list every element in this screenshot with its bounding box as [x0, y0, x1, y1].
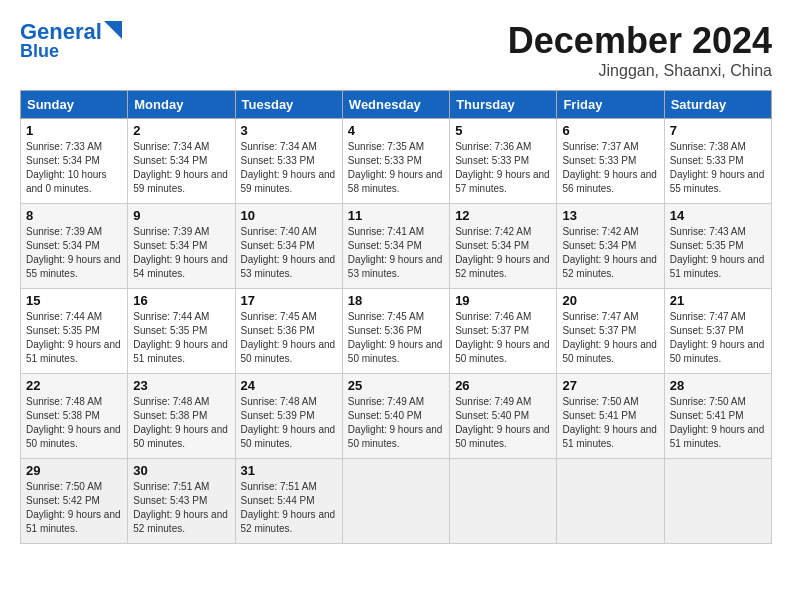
table-row [342, 459, 449, 544]
day-info: Sunrise: 7:41 AMSunset: 5:34 PMDaylight:… [348, 226, 443, 279]
col-wednesday: Wednesday [342, 91, 449, 119]
day-number: 19 [455, 293, 551, 308]
day-info: Sunrise: 7:33 AMSunset: 5:34 PMDaylight:… [26, 141, 107, 194]
day-number: 31 [241, 463, 337, 478]
day-info: Sunrise: 7:37 AMSunset: 5:33 PMDaylight:… [562, 141, 657, 194]
col-thursday: Thursday [450, 91, 557, 119]
day-info: Sunrise: 7:39 AMSunset: 5:34 PMDaylight:… [26, 226, 121, 279]
day-number: 13 [562, 208, 658, 223]
day-number: 25 [348, 378, 444, 393]
table-row [664, 459, 771, 544]
table-row: 31 Sunrise: 7:51 AMSunset: 5:44 PMDaylig… [235, 459, 342, 544]
table-row: 9 Sunrise: 7:39 AMSunset: 5:34 PMDayligh… [128, 204, 235, 289]
day-number: 4 [348, 123, 444, 138]
day-number: 16 [133, 293, 229, 308]
day-number: 17 [241, 293, 337, 308]
day-number: 30 [133, 463, 229, 478]
day-number: 6 [562, 123, 658, 138]
table-row: 12 Sunrise: 7:42 AMSunset: 5:34 PMDaylig… [450, 204, 557, 289]
col-monday: Monday [128, 91, 235, 119]
calendar-header-row: Sunday Monday Tuesday Wednesday Thursday… [21, 91, 772, 119]
day-number: 21 [670, 293, 766, 308]
logo: General Blue [20, 20, 122, 62]
table-row: 21 Sunrise: 7:47 AMSunset: 5:37 PMDaylig… [664, 289, 771, 374]
day-info: Sunrise: 7:34 AMSunset: 5:34 PMDaylight:… [133, 141, 228, 194]
day-info: Sunrise: 7:38 AMSunset: 5:33 PMDaylight:… [670, 141, 765, 194]
title-area: December 2024 Jinggan, Shaanxi, China [508, 20, 772, 80]
table-row: 2 Sunrise: 7:34 AMSunset: 5:34 PMDayligh… [128, 119, 235, 204]
day-number: 2 [133, 123, 229, 138]
table-row: 6 Sunrise: 7:37 AMSunset: 5:33 PMDayligh… [557, 119, 664, 204]
table-row: 10 Sunrise: 7:40 AMSunset: 5:34 PMDaylig… [235, 204, 342, 289]
day-number: 20 [562, 293, 658, 308]
day-number: 24 [241, 378, 337, 393]
day-number: 28 [670, 378, 766, 393]
day-info: Sunrise: 7:35 AMSunset: 5:33 PMDaylight:… [348, 141, 443, 194]
day-info: Sunrise: 7:42 AMSunset: 5:34 PMDaylight:… [562, 226, 657, 279]
table-row: 13 Sunrise: 7:42 AMSunset: 5:34 PMDaylig… [557, 204, 664, 289]
table-row: 28 Sunrise: 7:50 AMSunset: 5:41 PMDaylig… [664, 374, 771, 459]
day-number: 9 [133, 208, 229, 223]
day-info: Sunrise: 7:47 AMSunset: 5:37 PMDaylight:… [562, 311, 657, 364]
day-info: Sunrise: 7:36 AMSunset: 5:33 PMDaylight:… [455, 141, 550, 194]
col-sunday: Sunday [21, 91, 128, 119]
table-row: 5 Sunrise: 7:36 AMSunset: 5:33 PMDayligh… [450, 119, 557, 204]
day-info: Sunrise: 7:42 AMSunset: 5:34 PMDaylight:… [455, 226, 550, 279]
table-row: 17 Sunrise: 7:45 AMSunset: 5:36 PMDaylig… [235, 289, 342, 374]
table-row: 23 Sunrise: 7:48 AMSunset: 5:38 PMDaylig… [128, 374, 235, 459]
svg-marker-0 [104, 21, 122, 39]
day-info: Sunrise: 7:49 AMSunset: 5:40 PMDaylight:… [348, 396, 443, 449]
day-info: Sunrise: 7:50 AMSunset: 5:42 PMDaylight:… [26, 481, 121, 534]
day-info: Sunrise: 7:49 AMSunset: 5:40 PMDaylight:… [455, 396, 550, 449]
day-number: 7 [670, 123, 766, 138]
day-number: 18 [348, 293, 444, 308]
day-number: 29 [26, 463, 122, 478]
table-row: 30 Sunrise: 7:51 AMSunset: 5:43 PMDaylig… [128, 459, 235, 544]
day-info: Sunrise: 7:44 AMSunset: 5:35 PMDaylight:… [26, 311, 121, 364]
table-row: 25 Sunrise: 7:49 AMSunset: 5:40 PMDaylig… [342, 374, 449, 459]
day-info: Sunrise: 7:39 AMSunset: 5:34 PMDaylight:… [133, 226, 228, 279]
day-info: Sunrise: 7:48 AMSunset: 5:38 PMDaylight:… [26, 396, 121, 449]
day-number: 5 [455, 123, 551, 138]
day-number: 8 [26, 208, 122, 223]
table-row: 29 Sunrise: 7:50 AMSunset: 5:42 PMDaylig… [21, 459, 128, 544]
day-info: Sunrise: 7:50 AMSunset: 5:41 PMDaylight:… [670, 396, 765, 449]
day-number: 14 [670, 208, 766, 223]
table-row: 14 Sunrise: 7:43 AMSunset: 5:35 PMDaylig… [664, 204, 771, 289]
table-row: 27 Sunrise: 7:50 AMSunset: 5:41 PMDaylig… [557, 374, 664, 459]
day-number: 12 [455, 208, 551, 223]
day-info: Sunrise: 7:47 AMSunset: 5:37 PMDaylight:… [670, 311, 765, 364]
table-row: 8 Sunrise: 7:39 AMSunset: 5:34 PMDayligh… [21, 204, 128, 289]
logo-blue-text: Blue [20, 42, 59, 62]
col-friday: Friday [557, 91, 664, 119]
day-info: Sunrise: 7:45 AMSunset: 5:36 PMDaylight:… [348, 311, 443, 364]
table-row: 24 Sunrise: 7:48 AMSunset: 5:39 PMDaylig… [235, 374, 342, 459]
day-info: Sunrise: 7:48 AMSunset: 5:39 PMDaylight:… [241, 396, 336, 449]
day-info: Sunrise: 7:51 AMSunset: 5:44 PMDaylight:… [241, 481, 336, 534]
day-number: 15 [26, 293, 122, 308]
table-row: 16 Sunrise: 7:44 AMSunset: 5:35 PMDaylig… [128, 289, 235, 374]
location: Jinggan, Shaanxi, China [508, 62, 772, 80]
col-saturday: Saturday [664, 91, 771, 119]
calendar-table: Sunday Monday Tuesday Wednesday Thursday… [20, 90, 772, 544]
table-row: 15 Sunrise: 7:44 AMSunset: 5:35 PMDaylig… [21, 289, 128, 374]
day-number: 26 [455, 378, 551, 393]
table-row: 3 Sunrise: 7:34 AMSunset: 5:33 PMDayligh… [235, 119, 342, 204]
table-row [450, 459, 557, 544]
table-row: 22 Sunrise: 7:48 AMSunset: 5:38 PMDaylig… [21, 374, 128, 459]
day-number: 10 [241, 208, 337, 223]
table-row: 20 Sunrise: 7:47 AMSunset: 5:37 PMDaylig… [557, 289, 664, 374]
logo-icon [104, 21, 122, 39]
table-row: 4 Sunrise: 7:35 AMSunset: 5:33 PMDayligh… [342, 119, 449, 204]
day-info: Sunrise: 7:45 AMSunset: 5:36 PMDaylight:… [241, 311, 336, 364]
day-number: 11 [348, 208, 444, 223]
day-info: Sunrise: 7:43 AMSunset: 5:35 PMDaylight:… [670, 226, 765, 279]
day-info: Sunrise: 7:51 AMSunset: 5:43 PMDaylight:… [133, 481, 228, 534]
day-info: Sunrise: 7:50 AMSunset: 5:41 PMDaylight:… [562, 396, 657, 449]
day-number: 22 [26, 378, 122, 393]
day-info: Sunrise: 7:48 AMSunset: 5:38 PMDaylight:… [133, 396, 228, 449]
col-tuesday: Tuesday [235, 91, 342, 119]
day-number: 23 [133, 378, 229, 393]
table-row: 19 Sunrise: 7:46 AMSunset: 5:37 PMDaylig… [450, 289, 557, 374]
table-row: 18 Sunrise: 7:45 AMSunset: 5:36 PMDaylig… [342, 289, 449, 374]
